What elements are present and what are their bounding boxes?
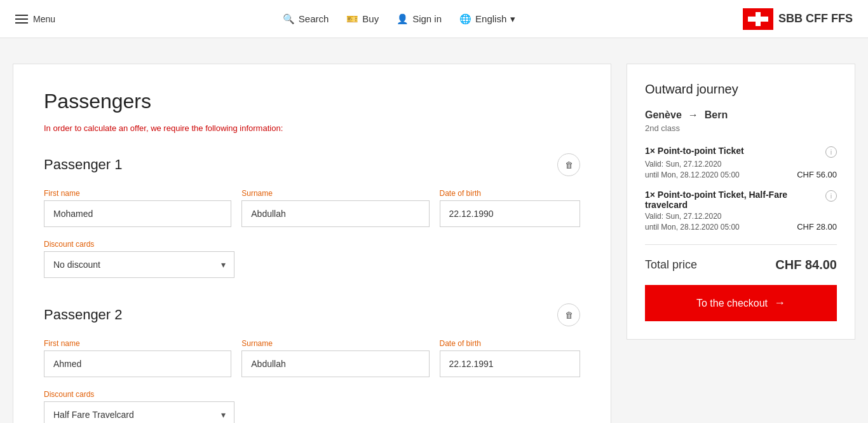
ticket-2-name: 1× Point-to-point Ticket, Half-Fare trav…	[645, 190, 825, 210]
chevron-down-icon: ▾	[510, 13, 515, 25]
ticket-1-valid-from: Valid: Sun, 27.12.2020	[645, 160, 837, 169]
journey-class: 2nd class	[645, 123, 837, 133]
ticket-1: 1× Point-to-point Ticket i Valid: Sun, 2…	[645, 146, 837, 179]
menu-button[interactable]: Menu	[15, 14, 55, 24]
passenger-2-firstname-input[interactable]	[44, 350, 231, 377]
passenger-1-header: Passenger 1 🗑	[44, 153, 580, 176]
signin-label: Sign in	[412, 13, 442, 24]
checkout-label: To the checkout	[696, 298, 768, 309]
signin-nav-item[interactable]: 👤 Sign in	[397, 13, 442, 25]
passenger-1-surname-label: Surname	[241, 189, 429, 198]
ticket-2: 1× Point-to-point Ticket, Half-Fare trav…	[645, 190, 837, 232]
passenger-1-discount-row: Discount cards No discount Half Fare Tra…	[44, 240, 580, 278]
passenger-2-firstname-group: First name	[44, 339, 231, 377]
sbb-logo: SBB CFF FFS	[743, 8, 853, 30]
ticket-1-bottom-row: until Mon, 28.12.2020 05:00 CHF 56.00	[645, 170, 837, 179]
ticket-2-valid-until: until Mon, 28.12.2020 05:00	[645, 223, 740, 232]
journey-card: Outward journey Genève → Bern 2nd class …	[627, 64, 855, 340]
passengers-panel: Passengers In order to calculate an offe…	[13, 64, 611, 423]
passenger-2-section: Passenger 2 🗑 First name Surname Date of…	[44, 303, 580, 423]
trash-icon: 🗑	[565, 310, 573, 320]
menu-label: Menu	[33, 14, 55, 24]
journey-to: Bern	[705, 109, 728, 121]
passenger-2-discount-group: Discount cards No discount Half Fare Tra…	[44, 390, 234, 423]
passenger-1-firstname-label: First name	[44, 189, 231, 198]
info-icon[interactable]: i	[825, 190, 837, 202]
page-title: Passengers	[44, 90, 580, 113]
passenger-1-discount-select[interactable]: No discount Half Fare Travelcard GA Trav…	[44, 251, 234, 278]
passenger-2-discount-wrapper: No discount Half Fare Travelcard GA Trav…	[44, 401, 234, 423]
passenger-2-title: Passenger 2	[44, 307, 123, 323]
checkout-button[interactable]: To the checkout →	[645, 285, 837, 321]
journey-title: Outward journey	[645, 82, 837, 97]
passenger-1-section: Passenger 1 🗑 First name Surname Date of…	[44, 153, 580, 278]
passenger-1-firstname-input[interactable]	[44, 200, 231, 227]
trash-icon: 🗑	[565, 160, 573, 170]
delete-passenger-1-button[interactable]: 🗑	[557, 153, 580, 176]
ticket-1-header: 1× Point-to-point Ticket i	[645, 146, 837, 158]
buy-label: Buy	[362, 13, 379, 24]
user-icon: 👤	[397, 13, 409, 25]
buy-nav-item[interactable]: 🎫 Buy	[346, 13, 379, 25]
ticket-2-header: 1× Point-to-point Ticket, Half-Fare trav…	[645, 190, 837, 210]
sbb-cross-icon	[748, 12, 768, 26]
info-text: In order to calculate an offer, we requi…	[44, 123, 580, 133]
ticket-1-name: 1× Point-to-point Ticket	[645, 146, 825, 156]
passenger-2-discount-row: Discount cards No discount Half Fare Tra…	[44, 390, 580, 423]
total-label: Total price	[645, 258, 697, 272]
passenger-1-dob-group: Date of birth	[440, 189, 580, 227]
delete-passenger-2-button[interactable]: 🗑	[557, 303, 580, 326]
passenger-2-surname-group: Surname	[241, 339, 429, 377]
passenger-2-surname-input[interactable]	[241, 350, 429, 377]
passenger-1-dob-input[interactable]	[440, 200, 580, 227]
arrow-icon: →	[688, 109, 698, 121]
site-header: Menu 🔍 Search 🎫 Buy 👤 Sign in 🌐 English …	[0, 0, 868, 38]
passenger-1-surname-input[interactable]	[241, 200, 429, 227]
passenger-2-dob-input[interactable]	[440, 350, 580, 377]
globe-icon: 🌐	[459, 13, 471, 25]
passenger-1-name-row: First name Surname Date of birth	[44, 189, 580, 227]
journey-sidebar: Outward journey Genève → Bern 2nd class …	[627, 64, 855, 340]
journey-route: Genève → Bern	[645, 109, 837, 121]
info-icon[interactable]: i	[825, 146, 837, 158]
passenger-2-header: Passenger 2 🗑	[44, 303, 580, 326]
buy-icon: 🎫	[346, 13, 358, 25]
passenger-2-discount-select[interactable]: No discount Half Fare Travelcard GA Trav…	[44, 401, 234, 423]
passenger-2-name-row: First name Surname Date of birth	[44, 339, 580, 377]
total-row: Total price CHF 84.00	[645, 258, 837, 272]
passenger-1-discount-group: Discount cards No discount Half Fare Tra…	[44, 240, 234, 278]
passenger-2-dob-label: Date of birth	[440, 339, 580, 348]
hamburger-icon	[15, 15, 28, 24]
svg-rect-1	[748, 17, 768, 22]
ticket-2-bottom-row: until Mon, 28.12.2020 05:00 CHF 28.00	[645, 222, 837, 232]
passenger-1-surname-group: Surname	[241, 189, 429, 227]
ticket-1-price: CHF 56.00	[797, 170, 837, 179]
passenger-1-dob-label: Date of birth	[440, 189, 580, 198]
passenger-1-discount-wrapper: No discount Half Fare Travelcard GA Trav…	[44, 251, 234, 278]
main-content: Passengers In order to calculate an offe…	[0, 38, 868, 423]
arrow-right-icon: →	[774, 296, 785, 310]
header-nav: 🔍 Search 🎫 Buy 👤 Sign in 🌐 English ▾	[283, 13, 515, 25]
passenger-2-dob-group: Date of birth	[440, 339, 580, 377]
language-label: English	[475, 13, 506, 24]
sbb-logo-text: SBB CFF FFS	[778, 12, 853, 25]
journey-from: Genève	[645, 109, 682, 121]
search-label: Search	[299, 13, 329, 24]
passenger-1-title: Passenger 1	[44, 156, 123, 173]
search-icon: 🔍	[283, 13, 295, 25]
passenger-2-surname-label: Surname	[241, 339, 429, 348]
ticket-2-valid-from: Valid: Sun, 27.12.2020	[645, 212, 837, 221]
ticket-1-valid-until: until Mon, 28.12.2020 05:00	[645, 170, 740, 179]
search-nav-item[interactable]: 🔍 Search	[283, 13, 329, 25]
passenger-1-firstname-group: First name	[44, 189, 231, 227]
passenger-1-discount-label: Discount cards	[44, 240, 234, 249]
passenger-2-discount-label: Discount cards	[44, 390, 234, 399]
divider	[645, 244, 837, 245]
passenger-2-firstname-label: First name	[44, 339, 231, 348]
ticket-2-price: CHF 28.00	[797, 222, 837, 232]
language-nav-item[interactable]: 🌐 English ▾	[459, 13, 515, 25]
sbb-logo-box	[743, 8, 773, 30]
total-price: CHF 84.00	[775, 258, 837, 272]
